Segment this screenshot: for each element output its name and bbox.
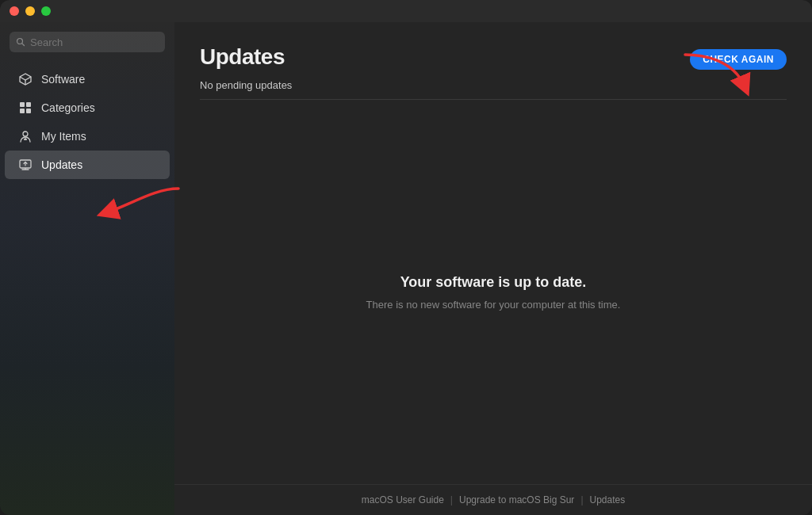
titlebar <box>0 0 812 22</box>
main-header: Updates CHECK AGAIN <box>174 22 812 70</box>
svg-rect-5 <box>20 109 25 113</box>
search-icon <box>16 37 25 47</box>
footer-link-updates[interactable]: Updates <box>590 494 626 505</box>
main-body: Your software is up to date. There is no… <box>174 100 812 484</box>
content-area: Software Categories <box>0 22 812 515</box>
up-to-date-subtitle: There is no new software for your comput… <box>366 299 621 311</box>
svg-rect-4 <box>26 102 31 107</box>
footer-separator-1: | <box>450 494 453 505</box>
sidebar-item-categories[interactable]: Categories <box>5 93 170 122</box>
sidebar-item-label-updates: Updates <box>41 158 82 171</box>
search-bar[interactable] <box>10 32 165 52</box>
sidebar-item-software[interactable]: Software <box>5 65 170 93</box>
maximize-button[interactable] <box>41 6 51 16</box>
svg-point-7 <box>23 132 28 136</box>
svg-line-1 <box>22 44 25 46</box>
status-text: No pending updates <box>200 79 292 91</box>
sidebar-item-my-items[interactable]: My Items <box>5 122 170 151</box>
footer-link-user-guide[interactable]: macOS User Guide <box>362 494 444 505</box>
app-window: Software Categories <box>0 0 812 515</box>
footer-separator-2: | <box>580 494 583 505</box>
updates-icon <box>17 157 33 173</box>
search-input[interactable] <box>30 36 159 48</box>
sidebar-item-label-software: Software <box>41 73 85 86</box>
footer-link-upgrade[interactable]: Upgrade to macOS Big Sur <box>459 494 574 505</box>
check-again-button[interactable]: CHECK AGAIN <box>690 49 787 70</box>
up-to-date-title: Your software is up to date. <box>400 274 587 291</box>
sidebar-item-updates[interactable]: Updates <box>5 151 170 179</box>
sidebar: Software Categories <box>0 22 174 515</box>
page-title: Updates <box>200 44 285 70</box>
sidebar-item-label-categories: Categories <box>41 101 95 114</box>
software-icon <box>17 71 33 87</box>
minimize-button[interactable] <box>25 6 35 16</box>
close-button[interactable] <box>10 6 19 16</box>
footer: macOS User Guide | Upgrade to macOS Big … <box>174 484 812 515</box>
my-items-icon <box>17 128 33 144</box>
sidebar-item-label-my-items: My Items <box>41 130 86 143</box>
svg-rect-3 <box>20 102 25 107</box>
status-row: No pending updates <box>174 70 812 99</box>
main-content: Updates CHECK AGAIN No pending updates Y… <box>174 22 812 515</box>
svg-rect-6 <box>26 109 31 113</box>
categories-icon <box>17 100 33 116</box>
